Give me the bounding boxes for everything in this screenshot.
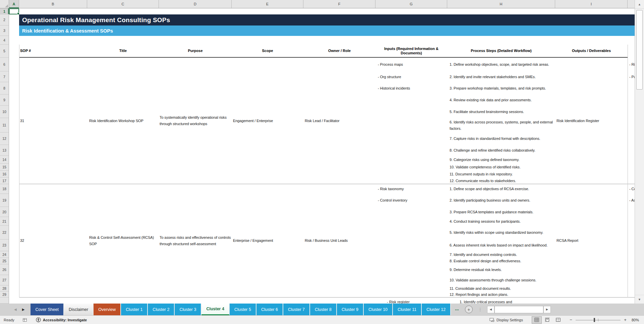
- macro-record-icon[interactable]: [22, 318, 27, 322]
- row-header-3[interactable]: 3: [0, 25, 9, 36]
- column-header-I[interactable]: I: [555, 0, 628, 8]
- partial-step-cell[interactable]: 1. Identify critical processes and: [460, 300, 512, 304]
- row-header-21[interactable]: 21: [0, 217, 9, 226]
- selected-cell-a1[interactable]: [9, 8, 19, 14]
- sheet-tab-cluster-8[interactable]: Cluster 8: [310, 304, 337, 315]
- page-layout-view-icon[interactable]: [542, 316, 552, 324]
- zoom-out-button[interactable]: −: [569, 317, 573, 322]
- sheet-tab-cluster-5[interactable]: Cluster 5: [230, 304, 256, 315]
- row-header-9[interactable]: 9: [0, 95, 9, 106]
- column-header-E[interactable]: E: [232, 0, 303, 8]
- row-header-24[interactable]: 24: [0, 251, 9, 258]
- zoom-slider-thumb[interactable]: [594, 318, 595, 322]
- row-header-1[interactable]: 1: [0, 8, 9, 14]
- sop-scope-cell[interactable]: Enterprise / Engagement: [232, 184, 303, 297]
- row-header-clipped[interactable]: [0, 298, 9, 304]
- partial-inputs-cell[interactable]: - Risk register: [387, 300, 410, 304]
- column-header-G[interactable]: G: [375, 0, 447, 8]
- clipped-next-column-cell[interactable]: - Co- As: [628, 184, 635, 297]
- sheet-tab-cluster-2[interactable]: Cluster 2: [148, 304, 175, 315]
- zoom-slider[interactable]: [576, 318, 621, 322]
- display-settings-button[interactable]: Display Settings: [489, 318, 523, 322]
- normal-view-icon[interactable]: [532, 316, 542, 324]
- zoom-in-button[interactable]: +: [624, 317, 627, 322]
- title-banner-cell[interactable]: Operational Risk Management Consulting S…: [19, 14, 635, 25]
- sop-steps-cell[interactable]: 1. Define scope and objectives of RCSA e…: [447, 184, 555, 297]
- page-break-preview-icon[interactable]: [553, 316, 563, 324]
- sheet-tab-cluster-11[interactable]: Cluster 11: [393, 304, 422, 315]
- horizontal-scrollbar-thumb[interactable]: [494, 306, 543, 313]
- row-header-28[interactable]: 28: [0, 285, 9, 291]
- row-header-20[interactable]: 20: [0, 207, 9, 217]
- select-all-corner[interactable]: [0, 0, 9, 8]
- column-header-B[interactable]: B: [19, 0, 87, 8]
- sheet-tab-disclaimer[interactable]: Disclaimer: [64, 304, 94, 315]
- sop-purpose-cell[interactable]: To systematically identify operational r…: [159, 58, 232, 184]
- sop-inputs-cell[interactable]: - Risk taxonomy- Control inventory: [375, 184, 447, 297]
- row-header-29[interactable]: 29: [0, 291, 9, 298]
- zoom-level-label[interactable]: 80%: [632, 318, 639, 322]
- row-header-10[interactable]: 10: [0, 106, 9, 118]
- row-header-26[interactable]: 26: [0, 264, 9, 275]
- row-header-5[interactable]: 5: [0, 45, 9, 58]
- column-header-A[interactable]: A: [9, 0, 19, 8]
- row-header-12[interactable]: 12: [0, 132, 9, 145]
- sop-output-cell[interactable]: Risk Identification Register: [555, 58, 628, 184]
- sop-title-cell[interactable]: Risk & Control Self-Assessment (RCSA) SO…: [87, 184, 159, 297]
- sheet-tab-cover-sheet[interactable]: Cover Sheet: [31, 304, 64, 315]
- sheet-tab-overview[interactable]: Overview: [94, 304, 121, 315]
- row-header-11[interactable]: 11: [0, 118, 9, 132]
- row-header-8[interactable]: 8: [0, 82, 9, 95]
- sop-purpose-cell[interactable]: To assess risks and effectiveness of con…: [159, 184, 232, 297]
- column-header-F[interactable]: F: [303, 0, 375, 8]
- row-header-13[interactable]: 13: [0, 145, 9, 156]
- column-header-H[interactable]: H: [447, 0, 555, 8]
- column-header-C[interactable]: C: [87, 0, 159, 8]
- sop-inputs-cell[interactable]: - Process maps- Org structure- Historica…: [375, 58, 447, 184]
- row-header-22[interactable]: 22: [0, 226, 9, 239]
- sop-row-32[interactable]: 32Risk & Control Self-Assessment (RCSA) …: [19, 184, 635, 298]
- sheet-tab-cluster-6[interactable]: Cluster 6: [256, 304, 283, 315]
- subtitle-banner-cell[interactable]: Risk Identification & Assessment SOPs: [19, 25, 635, 36]
- clipped-next-column-cell[interactable]: - Ri- Pa: [628, 58, 635, 184]
- sop-owner-cell[interactable]: Risk / Business Unit Leads: [303, 184, 375, 297]
- row-header-27[interactable]: 27: [0, 275, 9, 285]
- sop-id-cell[interactable]: 32: [19, 184, 87, 297]
- sheet-tab-cluster-1[interactable]: Cluster 1: [121, 304, 148, 315]
- sheet-tab-cluster-12[interactable]: Cluster 12: [422, 304, 451, 315]
- vertical-scrollbar[interactable]: ▲ ▼: [635, 0, 644, 304]
- vertical-scrollbar-thumb[interactable]: [636, 10, 643, 90]
- horizontal-scrollbar[interactable]: ◀ ▶: [487, 306, 551, 313]
- hscroll-left-arrow-icon[interactable]: ◀: [487, 306, 494, 313]
- row-header-18[interactable]: 18: [0, 184, 9, 194]
- sheet-tab-cluster-4[interactable]: Cluster 4: [201, 304, 230, 315]
- row-header-6[interactable]: 6: [0, 58, 9, 71]
- sheet-tab-cluster-3[interactable]: Cluster 3: [175, 304, 201, 315]
- sop-title-cell[interactable]: Risk Identification Workshop SOP: [87, 58, 159, 184]
- tabs-scroll-left-icon[interactable]: ◀: [14, 308, 17, 311]
- column-header-D[interactable]: D: [159, 0, 232, 8]
- sop-id-cell[interactable]: 31: [19, 58, 87, 184]
- scroll-up-arrow-icon[interactable]: ▲: [635, 0, 644, 9]
- partial-next-row[interactable]: - Risk register 1. Identify critical pro…: [19, 298, 628, 304]
- sop-row-31[interactable]: 31Risk Identification Workshop SOPTo sys…: [19, 58, 635, 184]
- accessibility-status[interactable]: Accessibility: Investigate: [36, 317, 87, 322]
- tabs-scroll-right-icon[interactable]: ▶: [22, 308, 25, 311]
- row-header-7[interactable]: 7: [0, 71, 9, 82]
- row-header-2[interactable]: 2: [0, 14, 9, 25]
- sheet-tab-cluster-7[interactable]: Cluster 7: [283, 304, 310, 315]
- row-header-23[interactable]: 23: [0, 239, 9, 251]
- row-header-25[interactable]: 25: [0, 258, 9, 264]
- sheet-tab-cluster-9[interactable]: Cluster 9: [337, 304, 364, 315]
- sheet-tab-cluster-10[interactable]: Cluster 10: [364, 304, 393, 315]
- row-header-16[interactable]: 16: [0, 171, 9, 177]
- sop-output-cell[interactable]: RCSA Report: [555, 184, 628, 297]
- row-header-14[interactable]: 14: [0, 156, 9, 164]
- worksheet-grid[interactable]: Operational Risk Management Consulting S…: [9, 8, 635, 304]
- new-sheet-icon[interactable]: +: [465, 306, 473, 313]
- tab-overflow-indicator[interactable]: ...: [451, 304, 462, 315]
- row-header-4[interactable]: 4: [0, 36, 9, 45]
- column-header-clipped[interactable]: [628, 0, 635, 8]
- row-header-15[interactable]: 15: [0, 164, 9, 171]
- sop-steps-cell[interactable]: 1. Define workshop objectives, scope, an…: [447, 58, 555, 184]
